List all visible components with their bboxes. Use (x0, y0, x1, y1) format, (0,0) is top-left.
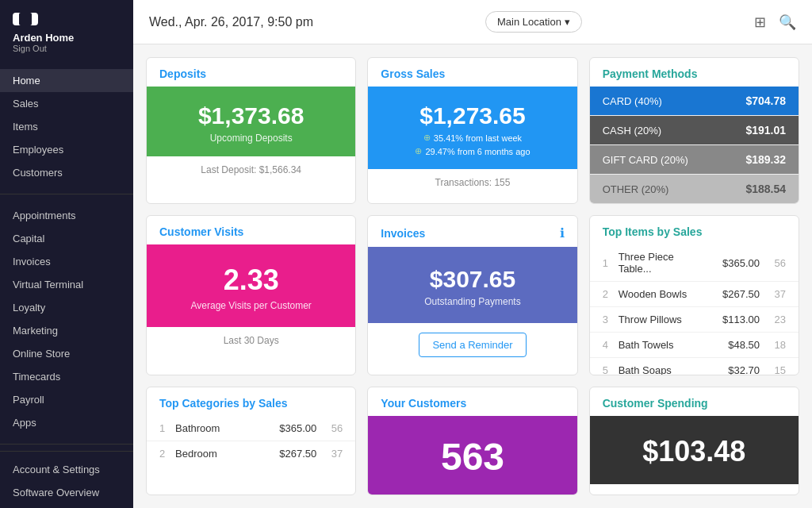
top-item-5-price: $32.70 (716, 364, 760, 375)
top-item-4: 4 Bath Towels $48.50 18 (590, 333, 799, 358)
top-item-2-count: 37 (766, 288, 786, 300)
payment-other-row: OTHER (20%) $188.54 (590, 175, 799, 203)
top-categories-card: Top Categories by Sales 1 Bathroom $365.… (146, 387, 356, 495)
top-item-1-count: 56 (766, 257, 786, 269)
arrow-up-icon-2: ⊕ (415, 146, 422, 156)
sidebar-item-home[interactable]: Home (0, 69, 133, 92)
customer-spending-title: Customer Spending (590, 387, 799, 416)
sidebar-item-virtual-terminal[interactable]: Virtual Terminal (0, 273, 133, 296)
sidebar-item-loyalty[interactable]: Loyalty (0, 296, 133, 319)
deposits-card: Deposits $1,373.68 Upcoming Deposits Las… (146, 57, 356, 204)
top-item-5-count: 15 (766, 364, 786, 375)
sidebar-item-sales[interactable]: Sales (0, 92, 133, 115)
customer-spending-card: Customer Spending $103.48 (589, 387, 799, 495)
search-icon[interactable]: 🔍 (779, 13, 796, 31)
payment-gift-row: GIFT CARD (20%) $189.32 (590, 145, 799, 175)
invoices-label: Outstanding Payments (381, 296, 564, 307)
top-item-3: 3 Throw Pillows $113.00 23 (590, 307, 799, 333)
deposits-amount: $1,373.68 (159, 102, 343, 129)
sidebar-item-invoices[interactable]: Invoices (0, 250, 133, 273)
sidebar-item-online-store[interactable]: Online Store (0, 342, 133, 365)
top-item-3-num: 3 (603, 314, 612, 325)
top-item-4-num: 4 (603, 339, 612, 351)
chevron-down-icon: ▾ (565, 16, 570, 28)
payment-methods-title: Payment Methods (590, 58, 799, 87)
sidebar-item-apps[interactable]: Apps (0, 411, 133, 434)
gross-sales-card: Gross Sales $1,273.65 ⊕ 35.41% from last… (367, 57, 577, 204)
invoices-btn-area: Send a Reminder (368, 323, 576, 367)
payment-methods-card: Payment Methods CARD (40%) $704.78 CASH … (589, 57, 799, 204)
deposits-label: Upcoming Deposits (159, 133, 343, 144)
sidebar-item-customers[interactable]: Customers (0, 161, 133, 184)
payment-other-value: $188.54 (745, 183, 786, 195)
visits-amount: 2.33 (159, 264, 343, 297)
location-label: Main Location (497, 16, 561, 28)
top-item-2-price: $267.50 (716, 288, 760, 300)
header-right: ⊞ 🔍 (754, 13, 796, 31)
payment-card-label: CARD (40%) (603, 95, 662, 107)
top-item-1: 1 Three Piece Table... $365.00 56 (590, 244, 799, 282)
send-reminder-button[interactable]: Send a Reminder (419, 333, 526, 357)
grid-icon[interactable]: ⊞ (754, 13, 766, 31)
sidebar-item-software-overview[interactable]: Software Overview (0, 481, 133, 504)
top-item-2: 2 Wooden Bowls $267.50 37 (590, 282, 799, 307)
sign-out-link[interactable]: Sign Out (13, 44, 121, 53)
sidebar-item-capital[interactable]: Capital (0, 227, 133, 250)
customers-highlight: 563 (368, 416, 576, 495)
top-item-2-name: Wooden Bowls (619, 288, 710, 300)
top-item-3-price: $113.00 (716, 314, 760, 325)
cat-row-1: 1 Bathroom $365.00 56 (147, 416, 355, 441)
your-customers-card: Your Customers 563 (367, 387, 577, 495)
payment-gift-label: GIFT CARD (20%) (603, 154, 688, 166)
invoices-highlight: $307.65 Outstanding Payments (368, 247, 576, 323)
sidebar-bottom-nav: Account & Settings Software Overview Sup… (0, 451, 133, 508)
sidebar-item-account-settings[interactable]: Account & Settings (0, 458, 133, 481)
invoices-amount: $307.65 (381, 266, 564, 293)
app-logo (13, 13, 38, 25)
cat-2-price: $267.50 (273, 448, 316, 460)
deposits-footer: Last Deposit: $1,566.34 (147, 156, 355, 183)
customer-visits-title: Customer Visits (147, 216, 355, 244)
invoices-title: Invoices (381, 227, 425, 240)
location-button[interactable]: Main Location ▾ (485, 11, 582, 33)
top-item-3-count: 23 (766, 314, 786, 325)
cat-2-count: 37 (323, 448, 343, 460)
payment-cash-value: $191.01 (745, 124, 786, 137)
sidebar-item-employees[interactable]: Employees (0, 138, 133, 161)
sidebar-item-support-center[interactable]: Support Center (0, 504, 133, 508)
top-item-1-price: $365.00 (716, 257, 760, 269)
deposits-highlight: $1,373.68 Upcoming Deposits (147, 87, 355, 156)
sidebar-item-payroll[interactable]: Payroll (0, 388, 133, 411)
visits-footer: Last 30 Days (147, 327, 355, 354)
top-item-5: 5 Bath Soaps $32.70 15 (590, 358, 799, 375)
payment-gift-value: $189.32 (745, 153, 786, 166)
main-content: Wed., Apr. 26, 2017, 9:50 pm Main Locati… (133, 0, 812, 508)
top-item-4-name: Bath Towels (619, 339, 710, 351)
sidebar-user: Arden Home Sign Out (0, 32, 133, 66)
top-item-5-name: Bath Soaps (619, 364, 710, 375)
arrow-up-icon-1: ⊕ (423, 133, 431, 143)
header: Wed., Apr. 26, 2017, 9:50 pm Main Locati… (133, 0, 812, 44)
payment-card-value: $704.78 (745, 94, 786, 107)
gross-sales-stat2: ⊕ 29.47% from 6 months ago (381, 146, 564, 156)
cat-1-name: Bathroom (175, 422, 266, 434)
top-items-title: Top Items by Sales (590, 216, 799, 244)
gross-sales-title: Gross Sales (368, 58, 576, 87)
spending-highlight: $103.48 (590, 416, 799, 484)
top-item-4-count: 18 (766, 339, 786, 351)
top-item-5-num: 5 (603, 364, 612, 375)
sidebar-item-timecards[interactable]: Timecards (0, 365, 133, 388)
customer-visits-card: Customer Visits 2.33 Average Visits per … (146, 215, 356, 375)
top-item-1-name: Three Piece Table... (619, 251, 710, 275)
sidebar-secondary-nav: Appointments Capital Invoices Virtual Te… (0, 201, 133, 437)
sidebar-item-appointments[interactable]: Appointments (0, 204, 133, 227)
cat-1-count: 56 (323, 422, 343, 434)
info-icon: ℹ (560, 225, 565, 241)
payment-cash-row: CASH (20%) $191.01 (590, 116, 799, 145)
header-center: Main Location ▾ (485, 11, 582, 33)
sidebar-item-marketing[interactable]: Marketing (0, 319, 133, 342)
sidebar-item-items[interactable]: Items (0, 115, 133, 138)
cat-1-num: 1 (159, 422, 169, 434)
sidebar-primary-nav: Home Sales Items Employees Customers (0, 66, 133, 187)
top-items-card: Top Items by Sales 1 Three Piece Table..… (589, 215, 799, 375)
